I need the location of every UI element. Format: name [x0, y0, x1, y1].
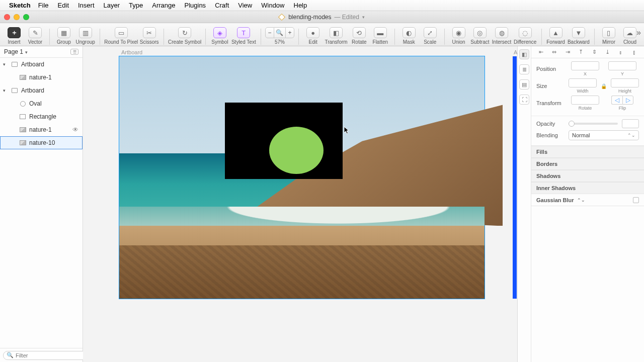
intersect-button[interactable]: ◍Intersect	[491, 27, 512, 45]
rotate-button[interactable]: ⟲Rotate	[349, 27, 369, 45]
traffic-light-zoom[interactable]	[23, 14, 29, 20]
zoom-out-button[interactable]: −	[265, 27, 274, 38]
layer-row-artboard[interactable]: ▾Artboard	[0, 84, 83, 97]
gaussian-blur-checkbox[interactable]	[633, 197, 639, 203]
traffic-light-close[interactable]	[4, 14, 10, 20]
cloud-label: Cloud	[623, 39, 636, 45]
document-title[interactable]: blending-modes — Edited ▾	[279, 14, 365, 21]
backward-button[interactable]: ▼Backward	[567, 27, 590, 45]
menu-view[interactable]: View	[233, 2, 257, 9]
mirror-label: Mirror	[602, 39, 615, 45]
layer-row-artboard[interactable]: ▾Artboard	[0, 58, 83, 71]
align-hcenter-icon[interactable]: ⇔	[550, 48, 559, 56]
layer-row-rectangle[interactable]: Rectangle	[0, 110, 83, 123]
menu-type[interactable]: Type	[124, 2, 147, 9]
difference-icon: ◌	[519, 27, 532, 38]
opacity-knob[interactable]	[569, 121, 575, 127]
menu-plugins[interactable]: Plugins	[180, 2, 210, 9]
flip-v-button[interactable]: ▷	[622, 96, 633, 105]
disclosure-triangle-icon[interactable]: ▾	[3, 88, 8, 93]
toolbar-overflow-icon[interactable]: »	[636, 28, 641, 37]
forward-button[interactable]: ▲Forward	[545, 27, 566, 45]
distribute-v-icon[interactable]: ⫿	[630, 48, 639, 56]
symbol-label: Symbol	[211, 39, 228, 45]
align-left-icon[interactable]: ⇤	[536, 48, 545, 56]
mask-button[interactable]: ◐Mask	[399, 27, 419, 45]
inspector-sidebar: ◧ ≣ ▤ ⛶ ⇤ ⇔ ⇥ ⤒ ⇕ ⤓ ⫾ ⫿ Position X Y	[517, 46, 644, 362]
page-selector[interactable]: Page 1▾ ☰	[0, 46, 83, 58]
menu-layer[interactable]: Layer	[99, 2, 125, 9]
transform-button[interactable]: ◧Transform	[324, 27, 348, 45]
menu-help[interactable]: Help	[289, 2, 312, 9]
ungroup-button[interactable]: ▥Ungroup	[75, 27, 96, 45]
layer-row-nature-1[interactable]: nature-1👁	[0, 123, 83, 136]
blending-select[interactable]: Normal ⌃⌄	[569, 130, 639, 140]
layer-row-nature-10[interactable]: nature-10	[0, 136, 83, 149]
zoom-in-button[interactable]: +	[285, 27, 294, 38]
align-vcenter-icon[interactable]: ⇕	[590, 48, 599, 56]
align-right-icon[interactable]: ⇥	[563, 48, 572, 56]
section-gaussian-blur[interactable]: Gaussian Blur⌃⌄	[531, 194, 644, 206]
symbol-button[interactable]: ◈Symbol	[210, 27, 230, 45]
scale-button[interactable]: ⤢Scale	[420, 27, 440, 45]
inspector-tab-resize[interactable]: ⛶	[519, 95, 529, 105]
artboard-label[interactable]: Artboard	[121, 49, 142, 55]
group-button[interactable]: ▦Group	[54, 27, 74, 45]
position-x-input[interactable]	[571, 61, 599, 70]
layer-row-oval[interactable]: Oval	[0, 97, 83, 110]
menu-file[interactable]: File	[34, 2, 53, 9]
section-fills[interactable]: Fills	[531, 146, 644, 158]
vector-icon: ✎	[29, 27, 42, 38]
inspector-tab-craft[interactable]: ◧	[519, 49, 529, 59]
layer-row-nature-1[interactable]: nature-1	[0, 71, 83, 84]
page-options-icon[interactable]: ☰	[70, 49, 78, 55]
position-y-input[interactable]	[608, 61, 636, 70]
artboard-2-edge[interactable]	[513, 56, 517, 299]
app-name[interactable]: Sketch	[9, 2, 31, 9]
union-button[interactable]: ◉Union	[449, 27, 469, 45]
flatten-button[interactable]: ▬Flatten	[370, 27, 390, 45]
opacity-value-input[interactable]	[622, 119, 639, 128]
opacity-slider[interactable]	[569, 123, 618, 125]
layer-filter[interactable]: 🔍	[3, 351, 89, 360]
distribute-h-icon[interactable]: ⫾	[616, 48, 625, 56]
section-shadows[interactable]: Shadows	[531, 170, 644, 182]
section-inner-shadows[interactable]: Inner Shadows	[531, 182, 644, 194]
align-bottom-icon[interactable]: ⤓	[603, 48, 612, 56]
zoom-icon[interactable]: 🔍	[274, 27, 285, 38]
artboard-1[interactable]	[119, 56, 485, 299]
rotate-input[interactable]	[571, 96, 599, 105]
menu-window[interactable]: Window	[257, 2, 289, 9]
artboard-label-2[interactable]: A	[514, 49, 517, 55]
disclosure-triangle-icon[interactable]: ▾	[3, 62, 8, 67]
inspector-tab-text[interactable]: ▤	[519, 79, 529, 89]
canvas[interactable]: Artboard A	[83, 46, 517, 362]
layer-filter-input[interactable]	[16, 352, 85, 358]
flip-h-button[interactable]: ◁	[611, 96, 622, 105]
styled-text-button[interactable]: TStyled Text	[231, 27, 257, 45]
vector-button[interactable]: ✎Vector	[25, 27, 45, 45]
lock-icon[interactable]: 🔒	[601, 83, 607, 89]
insert-button[interactable]: ＋Insert	[4, 27, 24, 45]
subtract-button[interactable]: ◎Subtract	[470, 27, 491, 45]
backward-icon: ▼	[572, 27, 585, 38]
edit-button[interactable]: ●Edit	[303, 27, 323, 45]
oval-layer[interactable]	[269, 127, 324, 174]
size-h-input[interactable]	[611, 78, 639, 87]
menu-craft[interactable]: Craft	[210, 2, 233, 9]
align-top-icon[interactable]: ⤒	[577, 48, 586, 56]
difference-button[interactable]: ◌Difference	[513, 27, 537, 45]
inspector-tab-align[interactable]: ≣	[519, 64, 529, 74]
visibility-icon[interactable]: 👁	[72, 126, 78, 133]
scissors-button[interactable]: ✂Scissors	[139, 27, 159, 45]
section-borders[interactable]: Borders	[531, 158, 644, 170]
flatten-icon: ▬	[374, 27, 387, 38]
create-symbol-button[interactable]: ↻Create Symbol	[168, 27, 201, 45]
menu-insert[interactable]: Insert	[73, 2, 99, 9]
traffic-light-minimize[interactable]	[14, 14, 20, 20]
mirror-button[interactable]: ▯Mirror	[599, 27, 619, 45]
menu-arrange[interactable]: Arrange	[147, 2, 180, 9]
size-w-input[interactable]	[569, 78, 597, 87]
menu-edit[interactable]: Edit	[53, 2, 73, 9]
round-to-pixel-button[interactable]: ▭Round To Pixel	[104, 27, 138, 45]
